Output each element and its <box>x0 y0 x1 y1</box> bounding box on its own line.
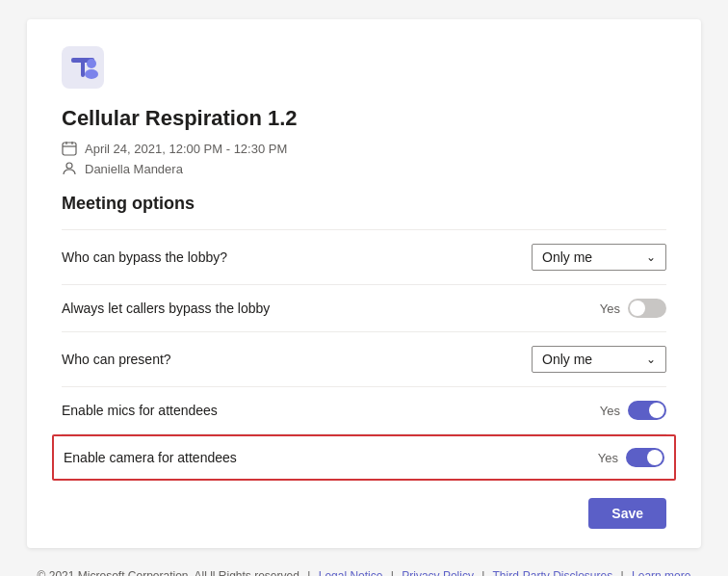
bypass-lobby-chevron-icon: ⌄ <box>646 250 656 264</box>
who-present-dropdown[interactable]: Only me ⌄ <box>532 346 666 373</box>
who-present-chevron-icon: ⌄ <box>646 353 656 366</box>
meeting-organizer: Daniella Mandera <box>85 162 183 176</box>
enable-camera-yes-label: Yes <box>598 451 618 465</box>
enable-camera-toggle[interactable] <box>626 448 664 467</box>
who-present-value: Only me <box>542 352 592 367</box>
svg-rect-5 <box>63 143 76 155</box>
enable-mics-label: Enable mics for attendees <box>62 403 218 418</box>
svg-point-4 <box>85 69 98 79</box>
who-present-control[interactable]: Only me ⌄ <box>532 346 666 373</box>
who-present-label: Who can present? <box>62 352 171 367</box>
learn-more-link[interactable]: Learn more <box>632 569 690 576</box>
svg-rect-2 <box>81 58 85 77</box>
enable-camera-control: Yes <box>598 448 664 467</box>
privacy-policy-link[interactable]: Privacy Policy <box>402 569 474 576</box>
option-enable-camera: Enable camera for attendees Yes <box>52 434 676 481</box>
bypass-lobby-value: Only me <box>542 249 592 265</box>
callers-bypass-slider <box>628 299 666 318</box>
meeting-options-title: Meeting options <box>62 194 666 214</box>
meeting-datetime: April 24, 2021, 12:00 PM - 12:30 PM <box>85 142 287 156</box>
enable-mics-slider <box>628 401 666 420</box>
svg-point-3 <box>87 59 96 68</box>
svg-point-9 <box>66 163 72 169</box>
callers-bypass-control: Yes <box>600 299 666 318</box>
third-party-disclosures-link[interactable]: Third-Party Disclosures <box>493 569 613 576</box>
option-enable-mics: Enable mics for attendees Yes <box>62 387 666 434</box>
main-panel: Cellular Respiration 1.2 April 24, 2021,… <box>27 19 701 548</box>
enable-mics-yes-label: Yes <box>600 404 620 418</box>
callers-bypass-yes-label: Yes <box>600 301 620 316</box>
save-button[interactable]: Save <box>588 498 666 529</box>
enable-camera-label: Enable camera for attendees <box>64 450 237 465</box>
bypass-lobby-control[interactable]: Only me ⌄ <box>532 244 666 271</box>
meeting-title: Cellular Respiration 1.2 <box>62 106 666 131</box>
meeting-datetime-row: April 24, 2021, 12:00 PM - 12:30 PM <box>62 141 666 156</box>
meeting-header <box>62 46 666 89</box>
person-icon <box>62 161 77 176</box>
teams-logo-icon <box>62 46 104 89</box>
legal-notice-link[interactable]: Legal Notice <box>319 569 383 576</box>
enable-mics-toggle[interactable] <box>628 401 666 420</box>
meeting-organizer-row: Daniella Mandera <box>62 161 666 176</box>
enable-mics-control: Yes <box>600 401 666 420</box>
callers-bypass-toggle[interactable] <box>628 299 666 318</box>
option-who-present: Who can present? Only me ⌄ <box>62 332 666 387</box>
save-row: Save <box>62 498 666 529</box>
footer: © 2021 Microsoft Corporation. All ll Rig… <box>38 562 691 576</box>
bypass-lobby-dropdown[interactable]: Only me ⌄ <box>532 244 666 271</box>
option-callers-bypass: Always let callers bypass the lobby Yes <box>62 285 666 332</box>
bypass-lobby-label: Who can bypass the lobby? <box>62 249 227 265</box>
copyright-text: © 2021 Microsoft Corporation. All ll Rig… <box>38 569 299 576</box>
option-bypass-lobby: Who can bypass the lobby? Only me ⌄ <box>62 230 666 285</box>
enable-camera-slider <box>626 448 664 467</box>
calendar-icon <box>62 141 77 156</box>
callers-bypass-label: Always let callers bypass the lobby <box>62 301 270 316</box>
